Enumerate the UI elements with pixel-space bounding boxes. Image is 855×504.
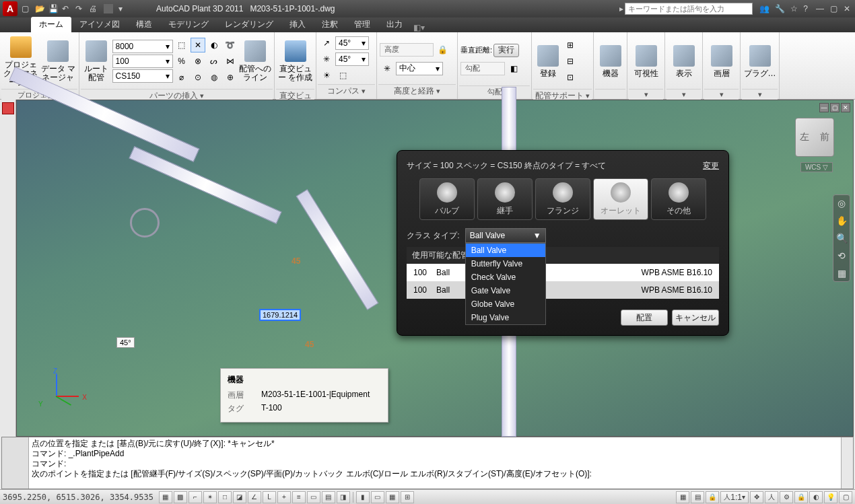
- app-menu-button[interactable]: A: [3, 1, 18, 16]
- dropdown-option[interactable]: Gate Valve: [466, 284, 545, 297]
- isolate-icon[interactable]: 💡: [824, 491, 837, 503]
- scale-readout[interactable]: 人 1:1 ▾: [720, 491, 749, 503]
- layout-button[interactable]: ▭: [371, 491, 384, 503]
- tab-annotate[interactable]: 注釈: [314, 17, 346, 32]
- lwt-toggle[interactable]: ≡: [292, 491, 306, 503]
- category-flange[interactable]: フランジ: [535, 178, 590, 220]
- showmotion-icon[interactable]: ▦: [837, 268, 846, 279]
- steering-wheel-icon[interactable]: ◎: [837, 198, 846, 209]
- elevation-field[interactable]: 高度: [380, 43, 434, 57]
- qat-dropdown-icon[interactable]: ▾: [118, 4, 128, 13]
- vp-minimize-icon[interactable]: —: [819, 103, 829, 112]
- orbit-icon[interactable]: ⟲: [837, 250, 846, 261]
- annovis-icon[interactable]: 人: [765, 491, 778, 503]
- spec-row[interactable]: 100BallWPB ASME B16.10: [407, 264, 719, 281]
- spec-combo[interactable]: CS150▾: [112, 69, 173, 83]
- tab-iso[interactable]: アイソメ図: [71, 17, 128, 32]
- print-icon[interactable]: 🖨: [89, 4, 98, 13]
- elev-lock-icon[interactable]: 🔒: [435, 42, 450, 57]
- category-fitting[interactable]: 継手: [477, 178, 533, 220]
- help-icon[interactable]: ?: [803, 4, 808, 13]
- clean-screen-icon[interactable]: ▢: [839, 491, 852, 503]
- slope-field[interactable]: 勾配: [460, 62, 505, 75]
- fitting-btn-7[interactable]: ⊙: [191, 70, 205, 85]
- compass-btn-3[interactable]: ☀: [319, 68, 334, 83]
- ws-switch-icon[interactable]: ⚙: [780, 491, 793, 503]
- layoutspace-icon[interactable]: ▤: [691, 491, 704, 503]
- support-opt3-icon[interactable]: ⊡: [563, 70, 578, 85]
- grid-toggle[interactable]: ▩: [174, 491, 187, 503]
- run-button[interactable]: 実行: [493, 44, 519, 57]
- tab-rendering[interactable]: レンダリング: [217, 17, 281, 32]
- dyn-toggle[interactable]: +: [277, 491, 291, 503]
- open-icon[interactable]: 📂: [35, 4, 44, 13]
- compass-btn-1[interactable]: ↗: [319, 36, 334, 50]
- support-opt2-icon[interactable]: ⊟: [563, 54, 578, 69]
- polar-toggle[interactable]: ✴: [203, 491, 217, 503]
- ducs-toggle[interactable]: L: [263, 491, 276, 503]
- category-olet[interactable]: オーレット: [593, 178, 648, 220]
- dropdown-option[interactable]: Plug Valve: [466, 311, 545, 324]
- annoscale-icon[interactable]: 🔒: [706, 491, 719, 503]
- osnap-toggle[interactable]: □: [218, 491, 232, 503]
- snap-toggle[interactable]: ▦: [159, 491, 172, 503]
- tab-structure[interactable]: 構造: [128, 17, 160, 32]
- tab-expand-icon[interactable]: ◧▾: [413, 23, 425, 32]
- layer-button[interactable]: 画層: [706, 35, 737, 87]
- qp-toggle[interactable]: ▤: [322, 491, 335, 503]
- visibility-button[interactable]: 可視性: [630, 35, 662, 87]
- size-combo-1[interactable]: 8000▾: [112, 40, 173, 53]
- category-other[interactable]: その他: [651, 178, 706, 220]
- dropdown-option[interactable]: Ball Valve: [466, 244, 545, 257]
- compass-angle-2[interactable]: 45°▾: [335, 52, 369, 66]
- infocenter-icon[interactable]: 👥: [759, 4, 770, 13]
- model-button[interactable]: ▮: [356, 491, 370, 503]
- parts-opt3-icon[interactable]: ⌀: [174, 70, 189, 85]
- otrack-toggle[interactable]: ∠: [248, 491, 261, 503]
- qview2-button[interactable]: ⊞: [401, 491, 414, 503]
- change-link[interactable]: 変更: [703, 160, 719, 172]
- parts-opt1-icon[interactable]: ⬚: [174, 38, 189, 52]
- maximize-button[interactable]: ▢: [828, 4, 839, 13]
- tab-manage[interactable]: 管理: [346, 17, 378, 32]
- compass-btn-2[interactable]: ✳: [319, 52, 334, 67]
- compass-btn-4[interactable]: ⬚: [335, 68, 350, 83]
- pan-icon[interactable]: ✋: [836, 215, 848, 226]
- dropdown-option[interactable]: Check Valve: [466, 271, 545, 284]
- class-type-select[interactable]: Ball Valve▼ Ball Valve Butterfly Valve C…: [465, 228, 546, 243]
- equipment-button[interactable]: 機器: [596, 35, 624, 87]
- drawing-tab-icon[interactable]: [2, 102, 14, 114]
- new-icon[interactable]: ▢: [22, 4, 31, 13]
- register-support-button[interactable]: 登録: [535, 35, 561, 87]
- annotate-icon[interactable]: ✥: [750, 491, 763, 503]
- search-input[interactable]: [625, 3, 753, 15]
- category-valve[interactable]: バルブ: [419, 178, 475, 220]
- modelspace-icon[interactable]: ▦: [676, 491, 689, 503]
- fitting-btn-2[interactable]: ◐: [207, 38, 221, 52]
- pipe-to-line-button[interactable]: 配管への ライン: [239, 35, 271, 87]
- tab-output[interactable]: 出力: [378, 17, 411, 32]
- fitting-btn-6[interactable]: ⋈: [223, 54, 238, 69]
- place-button[interactable]: 配置: [621, 310, 668, 326]
- search-chevron-icon[interactable]: ▸: [619, 4, 623, 13]
- ortho-view-button[interactable]: 直交ビュー を作成: [277, 35, 313, 87]
- tab-modeling[interactable]: モデリング: [160, 17, 217, 32]
- dropdown-option[interactable]: Butterfly Valve: [466, 257, 545, 271]
- exchange-icon[interactable]: ☆: [790, 4, 798, 13]
- fitting-btn-4[interactable]: ⊗: [191, 54, 205, 69]
- cmdline-text[interactable]: 点の位置を指定 または [基点(B)/元に戻す(U)/終了(X)]: *キャンセ…: [29, 437, 841, 489]
- toolbar-lock-icon[interactable]: 🔒: [794, 491, 808, 503]
- cmdline-scrollbar[interactable]: [841, 437, 853, 489]
- fitting-btn-9[interactable]: ⊕: [223, 70, 238, 85]
- sc-toggle[interactable]: ◨: [337, 491, 350, 503]
- center-combo[interactable]: 中心▾: [396, 62, 443, 75]
- parts-opt2-icon[interactable]: %: [174, 54, 189, 69]
- cmdline-grip[interactable]: [2, 437, 29, 489]
- key-icon[interactable]: 🔧: [775, 4, 785, 13]
- fitting-btn-8[interactable]: ◍: [207, 70, 221, 85]
- 3dosnap-toggle[interactable]: ◪: [233, 491, 246, 503]
- center-icon[interactable]: ✳: [380, 61, 395, 76]
- ortho-toggle[interactable]: ⌐: [189, 491, 202, 503]
- dropdown-option[interactable]: Globe Valve: [466, 297, 545, 311]
- tpy-toggle[interactable]: ▭: [307, 491, 320, 503]
